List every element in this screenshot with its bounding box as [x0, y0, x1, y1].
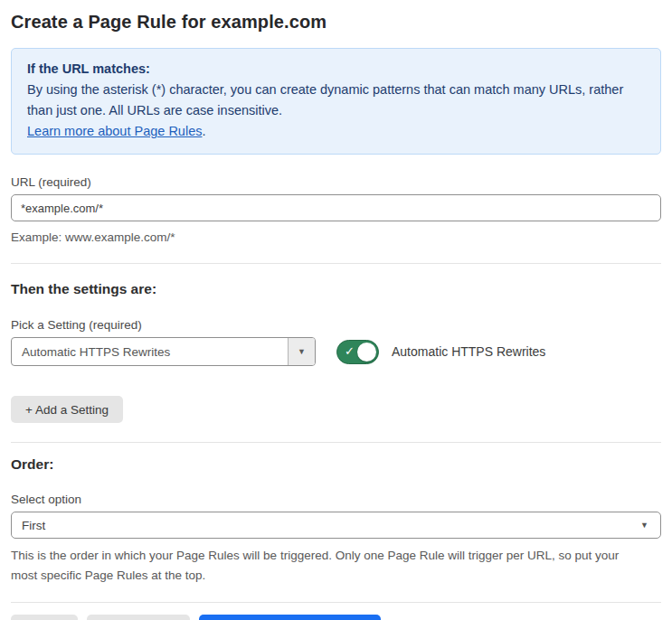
setting-picker-label: Pick a Setting (required) — [11, 318, 661, 332]
divider — [11, 602, 661, 603]
order-section-heading: Order: — [11, 456, 661, 473]
order-select[interactable]: First ▼ — [11, 512, 661, 539]
order-helper-text: This is the order in which your Page Rul… — [11, 546, 648, 586]
info-callout-link-line: Learn more about Page Rules. — [27, 121, 645, 142]
chevron-down-icon: ▼ — [640, 521, 648, 530]
url-input[interactable] — [11, 194, 661, 221]
cancel-button[interactable]: Cancel — [11, 615, 78, 620]
chevron-down-icon: ▼ — [298, 347, 306, 356]
setting-dropdown-value: Automatic HTTPS Rewrites — [12, 338, 288, 365]
page-title: Create a Page Rule for example.com — [11, 12, 661, 33]
toggle-knob — [357, 343, 376, 362]
save-and-deploy-button[interactable]: Save and Deploy Page Rule — [199, 615, 382, 620]
automatic-https-rewrites-toggle[interactable]: ✓ — [336, 340, 379, 364]
url-example-helper: Example: www.example.com/* — [11, 229, 661, 246]
add-setting-button[interactable]: + Add a Setting — [11, 396, 123, 423]
footer-actions: Cancel Save as Draft Save and Deploy Pag… — [11, 615, 661, 620]
setting-toggle-label: Automatic HTTPS Rewrites — [392, 344, 545, 359]
order-select-value: First — [22, 519, 45, 532]
info-callout-body: By using the asterisk (*) character, you… — [27, 80, 645, 121]
toggle-check-icon: ✓ — [345, 344, 355, 358]
url-matches-info-callout: If the URL matches: By using the asteris… — [11, 48, 661, 155]
divider — [11, 263, 661, 264]
learn-more-link[interactable]: Learn more about Page Rules — [27, 124, 202, 138]
setting-dropdown-arrow-button[interactable]: ▼ — [288, 338, 315, 365]
setting-picker-row: Pick a Setting (required) Automatic HTTP… — [11, 318, 661, 366]
setting-picker-line: Automatic HTTPS Rewrites ▼ ✓ Automatic H… — [11, 337, 661, 366]
info-callout-heading: If the URL matches: — [27, 59, 645, 80]
save-as-draft-button[interactable]: Save as Draft — [87, 615, 190, 620]
divider — [11, 442, 661, 443]
create-page-rule-form: Create a Page Rule for example.com If th… — [0, 0, 672, 620]
url-field-label: URL (required) — [11, 175, 661, 189]
setting-dropdown[interactable]: Automatic HTTPS Rewrites ▼ — [11, 337, 316, 366]
settings-section-heading: Then the settings are: — [11, 281, 661, 297]
setting-toggle-wrap: ✓ Automatic HTTPS Rewrites — [336, 340, 545, 364]
link-period: . — [202, 124, 205, 138]
order-select-row: Select option First ▼ This is the order … — [11, 493, 661, 586]
order-select-label: Select option — [11, 493, 661, 506]
